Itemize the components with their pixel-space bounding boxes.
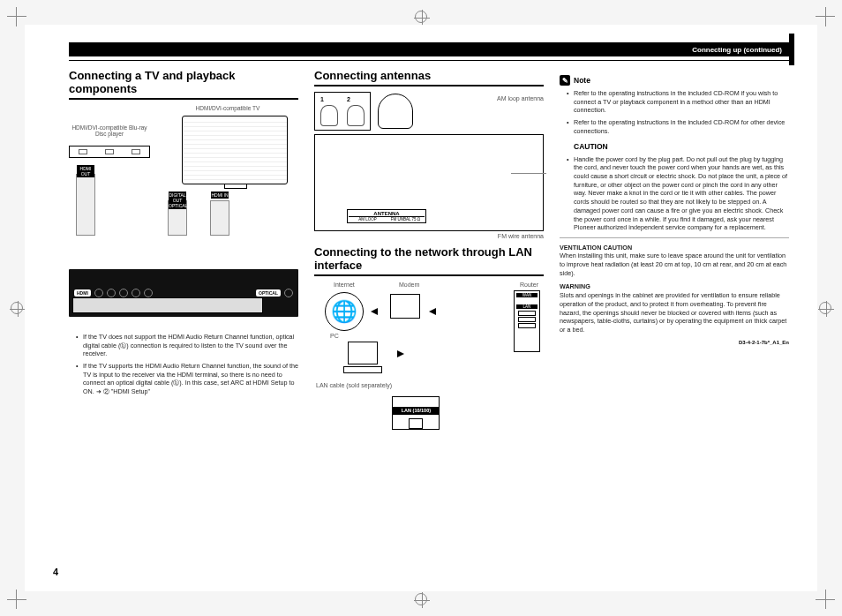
pc-icon bbox=[348, 342, 382, 373]
section-title: Connecting up (continued) bbox=[692, 46, 782, 54]
crop-mark bbox=[7, 599, 26, 600]
warning-heading: WARNING bbox=[560, 282, 789, 291]
port-icon bbox=[94, 289, 103, 297]
header-rule bbox=[69, 60, 789, 61]
step-number: 2 bbox=[343, 94, 354, 105]
content-columns: Connecting a TV and playback components … bbox=[69, 70, 789, 432]
antenna-diagram: 1 2 AM loop antenna ANTENNA AM LOOP bbox=[314, 92, 544, 239]
manual-page: Connecting up (continued) Connecting a T… bbox=[25, 25, 817, 591]
am-loop-antenna-icon bbox=[378, 94, 413, 129]
heading-antennas: Connecting antennas bbox=[314, 70, 544, 86]
bluray-player-icon bbox=[69, 146, 150, 158]
step-number: 1 bbox=[317, 94, 327, 105]
registration-mark bbox=[11, 302, 23, 314]
warning-text: Slots and openings in the cabinet are pr… bbox=[560, 291, 789, 334]
divider bbox=[560, 237, 789, 238]
antenna-panel: ANTENNA AM LOOP FM UNBAL 75 Ω bbox=[347, 209, 426, 223]
globe-icon: 🌐 bbox=[325, 292, 364, 331]
tv-note-item: If the TV does not support the HDMI Audi… bbox=[76, 333, 298, 358]
crop-mark bbox=[16, 7, 17, 26]
hdmi-in-connector: HDMI IN bbox=[210, 200, 229, 236]
column-antennas-lan: Connecting antennas 1 2 AM loop antenna bbox=[314, 70, 544, 432]
tv-note-item: If the TV supports the HDMI Audio Return… bbox=[76, 362, 298, 396]
caution-list: Handle the power cord by the plug part. … bbox=[560, 155, 789, 232]
label-bluray: HDMI/DVI-compatible Blu-ray Disc player bbox=[69, 124, 150, 137]
crop-mark bbox=[7, 16, 26, 17]
port-icon bbox=[284, 289, 293, 297]
warning-block: WARNING Slots and openings in the cabine… bbox=[560, 282, 789, 334]
label-router: Router bbox=[520, 282, 538, 288]
note-item: Refer to the operating instructions in t… bbox=[567, 89, 789, 115]
registration-mark bbox=[415, 593, 427, 605]
caution-icon bbox=[560, 141, 570, 152]
arrow-icon bbox=[429, 308, 436, 315]
am-loop-shape bbox=[320, 105, 338, 126]
lan-port-panel: LAN (10/100) bbox=[392, 396, 440, 430]
network-diagram: Internet Modem Router 🌐 WAN LAN PC bbox=[314, 282, 544, 432]
section-header-bar: Connecting up (continued) bbox=[69, 42, 789, 56]
arrow-icon bbox=[371, 308, 378, 315]
label-tv: HDMI/DVI-compatible TV bbox=[175, 105, 281, 111]
antenna-step-box: 1 2 bbox=[314, 92, 371, 131]
tv-diagram: HDMI/DVI-compatible Blu-ray Disc player … bbox=[69, 105, 298, 326]
arrow-icon bbox=[397, 350, 404, 357]
page-number: 4 bbox=[53, 567, 58, 577]
modem-icon bbox=[390, 294, 420, 319]
caution-heading: CAUTION bbox=[560, 141, 789, 152]
caution-item: Handle the power cord by the plug part. … bbox=[567, 155, 789, 232]
port-icon bbox=[119, 289, 128, 297]
registration-mark bbox=[819, 302, 831, 314]
note-icon bbox=[560, 75, 570, 86]
label-pc: PC bbox=[330, 333, 339, 339]
am-loop-shape bbox=[347, 105, 365, 126]
label-modem: Modem bbox=[399, 282, 419, 288]
fm-wire bbox=[511, 173, 546, 174]
speaker-terminal-strip bbox=[72, 297, 263, 313]
column-notes: Note Refer to the operating instructions… bbox=[560, 70, 789, 432]
crop-mark bbox=[825, 590, 826, 609]
heading-tv-playback: Connecting a TV and playback components bbox=[69, 70, 298, 100]
antenna-terminal-block: ANTENNA AM LOOP FM UNBAL 75 Ω bbox=[314, 134, 544, 231]
port-icon bbox=[132, 289, 140, 297]
router-icon: WAN LAN bbox=[514, 290, 540, 352]
ventilation-text: When installing this unit, make sure to … bbox=[560, 252, 789, 277]
panel-label-optical: OPTICAL bbox=[256, 289, 281, 297]
ventilation-heading: VENTILATION CAUTION bbox=[560, 244, 789, 252]
fm-wire-label: FM wire antenna bbox=[314, 233, 544, 239]
tv-notes-list: If the TV does not support the HDMI Audi… bbox=[69, 333, 298, 396]
heading-lan: Connecting to the network through LAN in… bbox=[314, 246, 544, 276]
lan-cable-label: LAN cable (sold separately) bbox=[316, 382, 392, 388]
crop-mark bbox=[16, 590, 17, 609]
note-item: Refer to the operating instructions in t… bbox=[567, 118, 789, 135]
optical-connector: DIGITAL OUT OPTICAL bbox=[168, 200, 187, 236]
crop-mark bbox=[825, 7, 826, 26]
ventilation-block: VENTILATION CAUTION When installing this… bbox=[560, 244, 789, 278]
port-icon bbox=[144, 289, 153, 297]
note-heading: Note bbox=[560, 75, 789, 86]
hdmi-out-connector: HDMI OUT bbox=[76, 174, 95, 236]
tv-icon bbox=[182, 116, 288, 184]
am-loop-label: AM loop antenna bbox=[497, 95, 544, 101]
column-tv-playback: Connecting a TV and playback components … bbox=[69, 70, 298, 432]
port-icon bbox=[107, 289, 116, 297]
label-internet: Internet bbox=[334, 282, 355, 288]
registration-mark bbox=[415, 11, 427, 23]
panel-label-hdmi: HDMI bbox=[74, 289, 91, 297]
doc-code: D3-4-2-1-7b*_A1_En bbox=[560, 340, 789, 345]
note-list: Refer to the operating instructions in t… bbox=[560, 89, 789, 136]
